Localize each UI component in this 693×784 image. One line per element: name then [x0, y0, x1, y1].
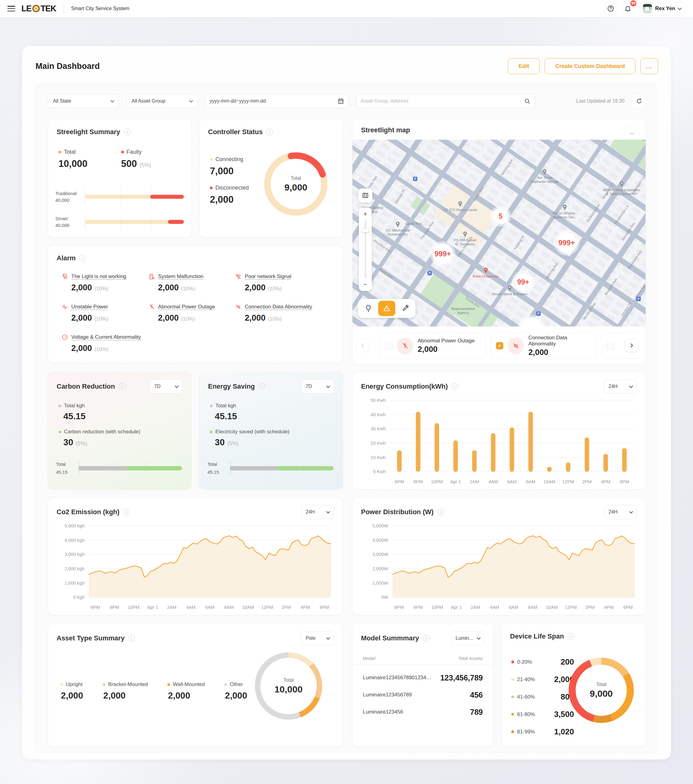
zoom-in-button[interactable]: +: [363, 211, 368, 217]
svg-text:2,000W: 2,000W: [373, 566, 388, 571]
zoom-out-button[interactable]: −: [363, 281, 368, 288]
alarm-link[interactable]: System Malfunction: [158, 273, 204, 280]
info-icon[interactable]: i: [568, 633, 574, 640]
search-icon[interactable]: [524, 98, 530, 104]
range-select[interactable]: 24H: [604, 379, 637, 394]
street-map[interactable]: Steinway AveGadsen PlFerndale AveSaxon A…: [353, 140, 646, 326]
progress-label: Total45.15: [56, 460, 79, 476]
checkbox[interactable]: [607, 342, 614, 349]
alarm-value: 2,000 (10%): [158, 283, 235, 293]
cluster-marker[interactable]: 99+: [512, 271, 535, 293]
cluster-marker[interactable]: 999+: [554, 230, 579, 255]
map-alarm-filter-card-partial: [601, 333, 646, 359]
card-title: Streelight Summary: [57, 128, 120, 136]
alarm-link[interactable]: The Light is not working: [71, 273, 126, 280]
calendar-icon[interactable]: [337, 98, 344, 104]
asset-group-select[interactable]: All Asset Group: [126, 94, 198, 108]
legend-dot: [210, 158, 213, 161]
legend-dot: [58, 151, 61, 153]
donut-total-label: Total: [596, 682, 606, 687]
range-value: 24H: [609, 384, 617, 389]
alarm-link[interactable]: Unstable Power: [71, 304, 108, 310]
info-icon[interactable]: i: [79, 255, 86, 262]
legend-item: Other2,000: [224, 682, 247, 701]
zoom-slider[interactable]: [365, 221, 366, 278]
svg-text:6AM: 6AM: [509, 605, 518, 610]
refresh-button[interactable]: [632, 94, 647, 109]
toggle-streetlight[interactable]: [360, 301, 377, 316]
legend-dot: [511, 713, 514, 716]
range-value: Pole: [305, 636, 315, 641]
poi-label: Bella Chayevsky: [473, 274, 499, 278]
help-button[interactable]: [604, 2, 617, 15]
svg-text:5: 5: [499, 212, 503, 220]
checkbox[interactable]: [385, 342, 392, 349]
range-select[interactable]: 24H: [604, 505, 637, 519]
chevron-down-icon: [326, 636, 330, 640]
legend-value: 500 (5%): [121, 158, 151, 170]
range-select[interactable]: 7D: [149, 379, 183, 394]
svg-text:4PM: 4PM: [604, 605, 614, 610]
poi-label: AllTech Mold Inspection& Testing Group N…: [603, 188, 640, 196]
date-range-input[interactable]: [210, 98, 334, 104]
create-custom-dashboard-button[interactable]: Create Custom Dashboard: [545, 58, 636, 74]
edit-button[interactable]: Edit: [508, 58, 540, 74]
map-layers-button[interactable]: [358, 188, 372, 203]
wrench-icon: [401, 305, 409, 312]
notifications-button[interactable]: 99: [621, 2, 635, 15]
toggle-alarm[interactable]: [378, 301, 395, 316]
range-select[interactable]: Pole: [301, 631, 334, 645]
alarm-link[interactable]: Poor network Signal: [245, 273, 291, 280]
info-icon[interactable]: i: [123, 509, 130, 516]
user-menu[interactable]: Rex Yen: [638, 2, 686, 15]
toggle-maintenance[interactable]: [397, 301, 414, 316]
table-row[interactable]: Luminaire1234567890123456...123,456,789: [363, 669, 483, 686]
chevron-down-icon: [629, 510, 633, 514]
info-icon[interactable]: i: [259, 383, 265, 390]
alarm-link[interactable]: Abnormal Power Outage: [158, 304, 215, 310]
streetlight-bar-row: Smart40,000: [55, 215, 184, 229]
menu-icon[interactable]: [7, 6, 15, 12]
info-icon[interactable]: i: [266, 128, 273, 135]
table-row[interactable]: Luminaire123456789: [363, 703, 483, 721]
info-icon[interactable]: i: [437, 509, 444, 516]
range-select[interactable]: 24H: [301, 505, 334, 519]
search-input[interactable]: [361, 98, 521, 104]
carousel-next-button[interactable]: [625, 339, 638, 352]
svg-text:4,000 kgh: 4,000 kgh: [64, 538, 84, 543]
legend-dot: [168, 683, 170, 686]
cluster-marker[interactable]: 5: [490, 206, 511, 227]
legend-dot: [210, 186, 213, 189]
svg-text:6PM: 6PM: [394, 605, 404, 610]
zoom-slider-handle[interactable]: [361, 229, 369, 232]
table-row[interactable]: Luminaire123456789456: [363, 686, 483, 703]
info-icon[interactable]: i: [119, 383, 125, 390]
info-icon[interactable]: i: [452, 383, 458, 390]
state-select[interactable]: All State: [48, 94, 119, 108]
alarm-link[interactable]: Voltage & Current Abnormality: [71, 334, 141, 340]
svg-text:P: P: [414, 177, 416, 181]
svg-text:4PM: 4PM: [601, 479, 610, 484]
carousel-prev-button[interactable]: [356, 339, 369, 352]
legend-item: Wall-Mounted2,000: [168, 682, 205, 701]
energy-consumption-card: Energy Consumption(kWh) i 24H 0 Kwh10 Kw…: [352, 372, 646, 490]
info-icon[interactable]: i: [128, 635, 135, 642]
model-name: Luminaire123456: [363, 709, 403, 715]
cluster-marker[interactable]: 999+: [430, 241, 455, 267]
alarm-link[interactable]: Connection Data Abnormality: [245, 304, 312, 310]
checkbox[interactable]: ✓: [496, 342, 503, 349]
card-title: Asset Type Summary: [57, 634, 125, 642]
kpi-label: Electricity saved (with schedule): [215, 429, 289, 435]
svg-text:999+: 999+: [434, 250, 451, 258]
svg-text:8AM: 8AM: [526, 479, 535, 484]
info-icon[interactable]: i: [124, 128, 131, 135]
info-icon[interactable]: i: [423, 635, 430, 642]
more-button[interactable]: ...: [640, 58, 658, 74]
range-select[interactable]: Lumin...: [451, 631, 484, 645]
legend-label: Disconnected: [215, 184, 249, 191]
map-more-button[interactable]: ...: [625, 125, 639, 139]
range-select[interactable]: 7D: [301, 379, 334, 394]
progress-label: Total45.15: [207, 460, 230, 476]
pulse-icon: [61, 303, 68, 310]
legend-dot: [210, 431, 213, 433]
